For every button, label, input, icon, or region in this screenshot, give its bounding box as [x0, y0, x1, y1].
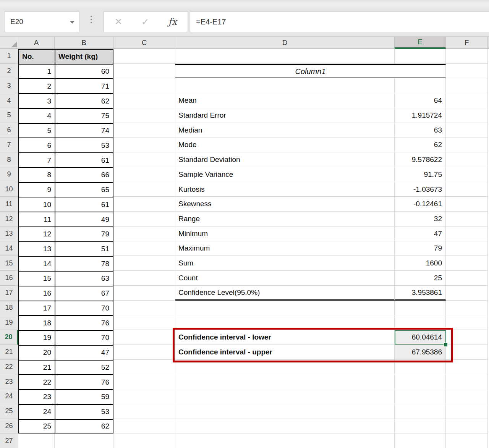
cell-C7[interactable]	[113, 137, 175, 152]
cell-A12[interactable]: 11	[18, 212, 55, 226]
cell-B14[interactable]: 51	[55, 241, 113, 256]
cell-B15[interactable]: 78	[55, 256, 113, 271]
cell-B2[interactable]: 60	[55, 64, 113, 79]
cell-C25[interactable]	[113, 404, 175, 419]
cell-A23[interactable]: 22	[18, 374, 55, 389]
cell-A27[interactable]	[18, 433, 55, 448]
cell-C10[interactable]	[113, 182, 175, 197]
cell-E13[interactable]: 47	[395, 226, 446, 241]
cell-B10[interactable]: 65	[55, 182, 113, 197]
cell-D25[interactable]	[175, 404, 395, 419]
enter-icon[interactable]: ✓	[141, 16, 149, 27]
cell-E8[interactable]: 9.578622	[395, 152, 446, 167]
column-header-B[interactable]: B	[55, 37, 113, 49]
cell-B13[interactable]: 79	[55, 226, 113, 241]
cell-D5[interactable]: Standard Error	[175, 108, 395, 123]
cell-B4[interactable]: 62	[55, 93, 113, 108]
cell-F23[interactable]	[446, 374, 488, 389]
cell-C4[interactable]	[113, 93, 175, 108]
cell-B22[interactable]: 52	[55, 360, 113, 375]
cell-D6[interactable]: Median	[175, 123, 395, 138]
row-header-16[interactable]: 16	[0, 271, 18, 286]
cancel-icon[interactable]: ✕	[115, 16, 122, 27]
cell-D12[interactable]: Range	[175, 212, 395, 226]
cell-A13[interactable]: 12	[18, 226, 55, 241]
cell-D7[interactable]: Mode	[175, 137, 395, 152]
cell-D2-merged-title[interactable]: Column1	[175, 64, 446, 79]
cell-F16[interactable]	[446, 271, 488, 286]
row-header-3[interactable]: 3	[0, 78, 18, 93]
cell-B1[interactable]: Weight (kg)	[55, 49, 113, 64]
cell-A11[interactable]: 10	[18, 197, 55, 212]
cell-B26[interactable]: 62	[55, 419, 113, 434]
cell-A17[interactable]: 16	[18, 286, 55, 301]
cell-E9[interactable]: 91.75	[395, 167, 446, 182]
row-header-25[interactable]: 25	[0, 404, 18, 419]
cell-B6[interactable]: 74	[55, 123, 113, 138]
cell-C22[interactable]	[113, 360, 175, 375]
cell-C24[interactable]	[113, 389, 175, 404]
row-header-18[interactable]: 18	[0, 301, 18, 315]
cell-B3[interactable]: 71	[55, 78, 113, 93]
cell-C26[interactable]	[113, 419, 175, 434]
cell-C19[interactable]	[113, 315, 175, 330]
insert-function-icon[interactable]: ƒx	[168, 16, 177, 27]
cell-A2[interactable]: 1	[18, 64, 55, 79]
cell-F1[interactable]	[446, 49, 488, 64]
cell-D4[interactable]: Mean	[175, 93, 395, 108]
cell-A26[interactable]: 25	[18, 419, 55, 434]
cell-D3[interactable]	[175, 78, 395, 93]
cell-D24[interactable]	[175, 389, 395, 404]
row-header-13[interactable]: 13	[0, 226, 18, 241]
cell-A24[interactable]: 23	[18, 389, 55, 404]
cell-B9[interactable]: 66	[55, 167, 113, 182]
cell-C2[interactable]	[113, 64, 175, 79]
formula-input[interactable]: =E4-E17	[190, 11, 489, 32]
fill-handle[interactable]	[444, 343, 448, 347]
cell-F12[interactable]	[446, 212, 488, 226]
row-header-14[interactable]: 14	[0, 241, 18, 256]
cell-E4[interactable]: 64	[395, 93, 446, 108]
cell-C13[interactable]	[113, 226, 175, 241]
cell-D14[interactable]: Maximum	[175, 241, 395, 256]
row-header-26[interactable]: 26	[0, 419, 18, 434]
row-header-15[interactable]: 15	[0, 256, 18, 271]
cell-F6[interactable]	[446, 123, 488, 138]
cell-A4[interactable]: 3	[18, 93, 55, 108]
cell-D10[interactable]: Kurtosis	[175, 182, 395, 197]
cell-C18[interactable]	[113, 301, 175, 315]
cell-D26[interactable]	[175, 419, 395, 434]
row-header-7[interactable]: 7	[0, 137, 18, 152]
row-header-17[interactable]: 17	[0, 286, 18, 301]
cell-A8[interactable]: 7	[18, 152, 55, 167]
cell-D16[interactable]: Count	[175, 271, 395, 286]
cell-C3[interactable]	[113, 78, 175, 93]
cell-E23[interactable]	[395, 374, 446, 389]
cell-D8[interactable]: Standard Deviation	[175, 152, 395, 167]
cell-F7[interactable]	[446, 137, 488, 152]
cell-A21[interactable]: 20	[18, 345, 55, 360]
cell-A10[interactable]: 9	[18, 182, 55, 197]
cell-F25[interactable]	[446, 404, 488, 419]
cell-F27[interactable]	[446, 433, 488, 448]
cell-E16[interactable]: 25	[395, 271, 446, 286]
cell-C12[interactable]	[113, 212, 175, 226]
cell-A20[interactable]: 19	[18, 330, 55, 345]
column-header-A[interactable]: A	[18, 37, 55, 49]
cell-F26[interactable]	[446, 419, 488, 434]
cell-B20[interactable]: 70	[55, 330, 113, 345]
cell-F14[interactable]	[446, 241, 488, 256]
column-header-E[interactable]: E	[395, 37, 446, 49]
cell-C16[interactable]	[113, 271, 175, 286]
column-header-C[interactable]: C	[113, 37, 175, 49]
cell-D1[interactable]	[175, 49, 395, 64]
row-header-1[interactable]: 1	[0, 49, 18, 64]
row-header-12[interactable]: 12	[0, 212, 18, 226]
cell-A16[interactable]: 15	[18, 271, 55, 286]
cell-F24[interactable]	[446, 389, 488, 404]
cell-B12[interactable]: 49	[55, 212, 113, 226]
cell-C8[interactable]	[113, 152, 175, 167]
name-box[interactable]: E20	[5, 11, 79, 32]
cell-B17[interactable]: 67	[55, 286, 113, 301]
select-all-button[interactable]	[0, 37, 18, 49]
